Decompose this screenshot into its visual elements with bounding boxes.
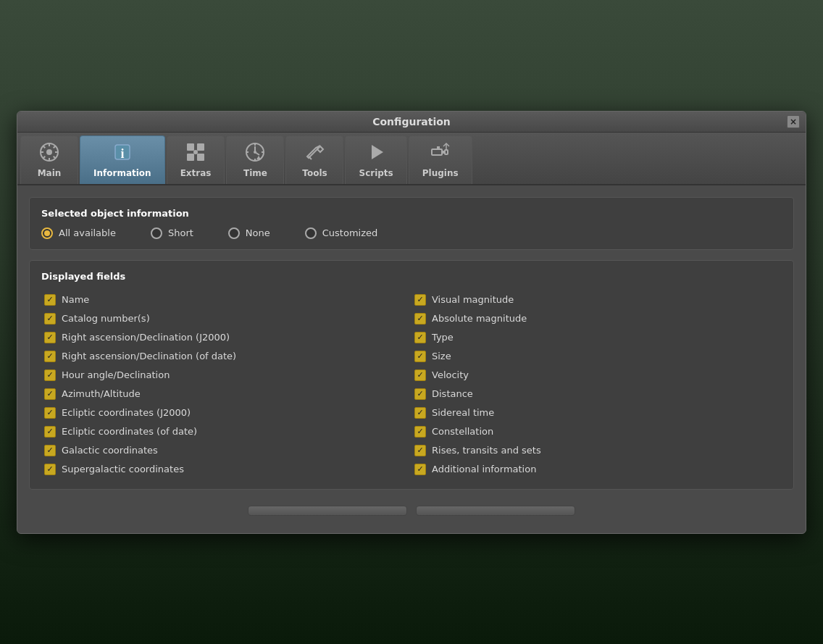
checkbox-constellation[interactable]: ✓	[414, 426, 426, 438]
svg-rect-27	[432, 149, 442, 155]
close-button[interactable]: ×	[787, 115, 800, 128]
field-velocity[interactable]: ✓ Velocity	[412, 366, 782, 385]
svg-rect-15	[197, 154, 204, 161]
checkbox-ecliptic-j2000[interactable]: ✓	[44, 407, 56, 419]
checkbox-size[interactable]: ✓	[414, 351, 426, 362]
field-supergalactic-coordinates[interactable]: ✓ Supergalactic coordinates	[41, 460, 412, 479]
radio-short-outer	[151, 227, 162, 239]
field-azimuth-altitude[interactable]: ✓ Azimuth/Altitude	[41, 385, 412, 403]
field-constellation-label: Constellation	[432, 426, 493, 437]
fields-grid: ✓ Name ✓ Catalog number(s) ✓ Right ascen…	[41, 290, 782, 479]
checkbox-name[interactable]: ✓	[44, 294, 56, 306]
bottom-btn-1[interactable]	[248, 506, 407, 516]
checkbox-ecliptic-ofdate[interactable]: ✓	[44, 426, 56, 438]
checkbox-ra-dec-ofdate[interactable]: ✓	[44, 351, 56, 362]
titlebar: Configuration ×	[17, 112, 806, 133]
main-icon	[39, 142, 59, 165]
radio-short[interactable]: Short	[151, 227, 193, 239]
checkbox-supergalactic-coordinates[interactable]: ✓	[44, 464, 56, 475]
field-additional-information[interactable]: ✓ Additional information	[412, 460, 782, 479]
tab-tools-label: Tools	[302, 168, 327, 178]
checkbox-velocity[interactable]: ✓	[414, 369, 426, 381]
field-distance-label: Distance	[432, 388, 473, 399]
svg-line-7	[54, 156, 56, 158]
svg-marker-26	[372, 145, 383, 159]
field-ra-dec-ofdate-label: Right ascension/Declination (of date)	[62, 351, 236, 361]
radio-none[interactable]: None	[228, 227, 270, 239]
tab-plugins[interactable]: Plugins	[409, 135, 472, 184]
field-azimuth-altitude-label: Azimuth/Altitude	[62, 388, 141, 399]
radio-none-label: None	[246, 227, 270, 238]
field-constellation[interactable]: ✓ Constellation	[412, 422, 782, 441]
radio-all-available-inner	[44, 230, 50, 236]
field-name[interactable]: ✓ Name	[41, 290, 412, 309]
field-rises-transits-sets[interactable]: ✓ Rises, transits and sets	[412, 441, 782, 460]
field-ra-dec-ofdate[interactable]: ✓ Right ascension/Declination (of date)	[41, 347, 412, 366]
checkbox-rises-transits-sets[interactable]: ✓	[414, 445, 426, 456]
checkbox-catalog-number[interactable]: ✓	[44, 313, 56, 325]
field-size-label: Size	[432, 351, 451, 361]
field-ra-dec-j2000-label: Right ascension/Declination (J2000)	[62, 332, 230, 343]
field-catalog-number-label: Catalog number(s)	[62, 313, 150, 324]
svg-point-16	[193, 150, 198, 154]
checkbox-additional-information[interactable]: ✓	[414, 464, 426, 475]
field-size[interactable]: ✓ Size	[412, 347, 782, 366]
displayed-fields-section: Displayed fields ✓ Name ✓ Catalog number…	[29, 260, 794, 490]
field-distance[interactable]: ✓ Distance	[412, 385, 782, 403]
tab-extras-label: Extras	[180, 168, 212, 178]
svg-point-1	[46, 149, 52, 155]
tab-scripts-label: Scripts	[359, 168, 393, 178]
tools-icon	[304, 142, 325, 165]
field-ra-dec-j2000[interactable]: ✓ Right ascension/Declination (J2000)	[41, 328, 412, 347]
checkbox-absolute-magnitude[interactable]: ✓	[414, 313, 426, 325]
checkbox-visual-magnitude[interactable]: ✓	[414, 294, 426, 306]
tab-information[interactable]: i Information	[80, 135, 165, 184]
tab-extras[interactable]: Extras	[167, 135, 225, 184]
field-catalog-number[interactable]: ✓ Catalog number(s)	[41, 309, 412, 328]
plugins-icon	[430, 142, 451, 165]
checkbox-azimuth-altitude[interactable]: ✓	[44, 388, 56, 400]
field-ecliptic-ofdate[interactable]: ✓ Ecliptic coordinates (of date)	[41, 422, 412, 441]
tab-tools[interactable]: Tools	[285, 135, 343, 184]
field-hour-angle-declination[interactable]: ✓ Hour angle/Declination	[41, 366, 412, 385]
field-type-label: Type	[432, 332, 454, 343]
checkbox-distance[interactable]: ✓	[414, 388, 426, 400]
svg-rect-30	[445, 150, 448, 154]
svg-line-9	[43, 156, 46, 158]
field-galactic-coordinates[interactable]: ✓ Galactic coordinates	[41, 441, 412, 460]
field-visual-magnitude-label: Visual magnitude	[432, 294, 514, 305]
field-visual-magnitude[interactable]: ✓ Visual magnitude	[412, 290, 782, 309]
checkbox-hour-angle-declination[interactable]: ✓	[44, 369, 56, 381]
field-supergalactic-coordinates-label: Supergalactic coordinates	[62, 464, 184, 474]
svg-rect-12	[187, 143, 194, 151]
extras-icon	[185, 142, 206, 165]
fields-left-column: ✓ Name ✓ Catalog number(s) ✓ Right ascen…	[41, 290, 412, 479]
radio-customized[interactable]: Customized	[305, 227, 378, 239]
tab-main[interactable]: Main	[20, 135, 78, 184]
field-sidereal-time-label: Sidereal time	[432, 407, 494, 418]
information-icon: i	[112, 142, 133, 165]
checkbox-galactic-coordinates[interactable]: ✓	[44, 445, 56, 456]
field-sidereal-time[interactable]: ✓ Sidereal time	[412, 403, 782, 422]
checkbox-sidereal-time[interactable]: ✓	[414, 407, 426, 419]
field-type[interactable]: ✓ Type	[412, 328, 782, 347]
checkbox-ra-dec-j2000[interactable]: ✓	[44, 332, 56, 343]
svg-line-6	[43, 146, 46, 148]
svg-line-8	[54, 146, 56, 148]
configuration-dialog: Configuration × Main	[17, 111, 806, 534]
tab-information-label: Information	[93, 168, 151, 178]
tab-time[interactable]: Time	[226, 135, 284, 184]
dialog-title: Configuration	[372, 116, 451, 127]
tab-scripts[interactable]: Scripts	[345, 135, 406, 184]
dialog-content: Selected object information All availabl…	[17, 185, 806, 533]
svg-line-25	[309, 156, 312, 159]
field-absolute-magnitude-label: Absolute magnitude	[432, 313, 527, 324]
bottom-btn-2[interactable]	[416, 506, 575, 516]
radio-all-available-label: All available	[59, 227, 116, 238]
radio-customized-outer	[305, 227, 317, 239]
field-absolute-magnitude[interactable]: ✓ Absolute magnitude	[412, 309, 782, 328]
radio-all-available[interactable]: All available	[41, 227, 116, 239]
checkbox-type[interactable]: ✓	[414, 332, 426, 343]
field-ecliptic-j2000[interactable]: ✓ Ecliptic coordinates (J2000)	[41, 403, 412, 422]
selected-object-title: Selected object information	[41, 208, 782, 219]
